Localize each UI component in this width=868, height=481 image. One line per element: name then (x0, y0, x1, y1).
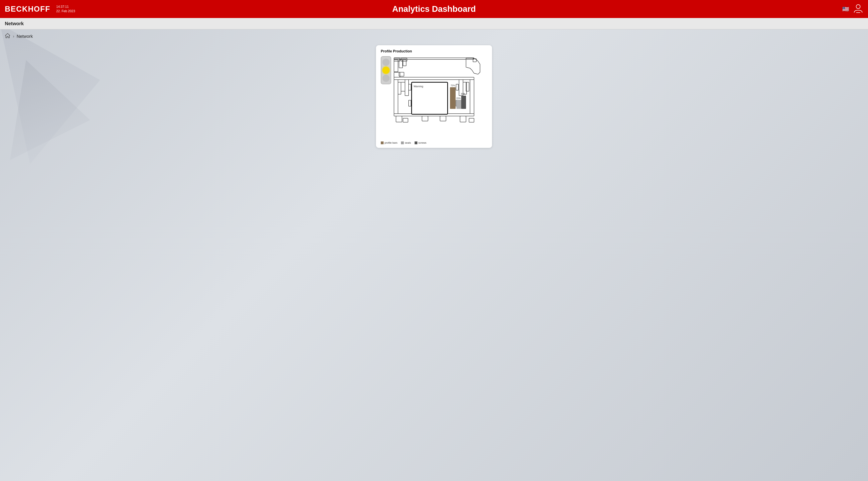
svg-rect-20 (396, 116, 402, 122)
legend-swatch-screws (414, 141, 417, 144)
user-icon[interactable] (853, 3, 863, 15)
profile-production-card: Profile Production (376, 45, 492, 148)
legend-label-seals: seals (405, 141, 411, 144)
bar-screws (461, 96, 466, 109)
svg-rect-21 (403, 118, 408, 122)
main-content: Profile Production (0, 43, 868, 152)
svg-rect-12 (398, 82, 401, 94)
legend-item-profile-bars: profile bars (381, 141, 397, 144)
svg-rect-9 (399, 72, 404, 76)
traffic-light-green (382, 75, 390, 82)
breadcrumb-current: Network (17, 34, 33, 39)
bar-label-seals: 15% (456, 97, 461, 99)
legend-item-screws: screws (414, 141, 426, 144)
sub-header: Network (0, 18, 868, 29)
legend-swatch-profile-bars (381, 141, 383, 144)
svg-rect-11 (394, 79, 398, 114)
traffic-light-red (382, 59, 390, 66)
svg-rect-27 (456, 84, 458, 90)
svg-rect-24 (422, 116, 428, 121)
page-title: Analytics Dashboard (392, 4, 476, 14)
svg-rect-26 (409, 84, 411, 90)
bar-profile-bars (450, 87, 456, 109)
home-icon[interactable] (5, 33, 10, 40)
header: BECKHOFF 14:37:11 22. Feb 2023 Analytics… (0, 0, 868, 18)
header-right: 🇺🇸 (842, 3, 863, 15)
legend-swatch-seals (401, 141, 404, 144)
traffic-light-yellow (382, 67, 390, 74)
logo: BECKHOFF (5, 5, 50, 13)
warning-label: Warning (413, 85, 423, 88)
svg-rect-13 (401, 82, 405, 91)
bar-seals (457, 100, 461, 109)
breadcrumb-separator: › (13, 34, 14, 39)
card-title: Profile Production (381, 49, 487, 54)
svg-rect-18 (470, 79, 474, 114)
bar-label-profile-bars: 72% (451, 84, 455, 87)
svg-rect-10 (394, 77, 474, 79)
svg-rect-5 (394, 60, 398, 72)
traffic-light (381, 56, 391, 84)
breadcrumb: › Network (0, 29, 868, 43)
legend: profile bars seals screws (381, 140, 487, 144)
profile-cross-section: Warning 72% 15% 30% (381, 56, 487, 136)
sub-header-title: Network (5, 21, 24, 26)
legend-item-seals: seals (401, 141, 411, 144)
flag-icon: 🇺🇸 (842, 6, 849, 12)
svg-rect-7 (403, 60, 406, 66)
datetime: 14:37:11 22. Feb 2023 (56, 5, 75, 13)
legend-label-screws: screws (418, 141, 426, 144)
svg-rect-14 (405, 79, 409, 96)
svg-rect-22 (460, 116, 466, 122)
legend-label-profile-bars: profile bars (384, 141, 397, 144)
svg-point-0 (856, 5, 860, 9)
time-display: 14:37:11 (56, 5, 75, 9)
svg-rect-28 (409, 100, 411, 106)
svg-rect-25 (440, 116, 446, 121)
bar-label-screws: 30% (461, 93, 465, 95)
date-display: 22. Feb 2023 (56, 9, 75, 13)
svg-rect-23 (469, 118, 474, 122)
